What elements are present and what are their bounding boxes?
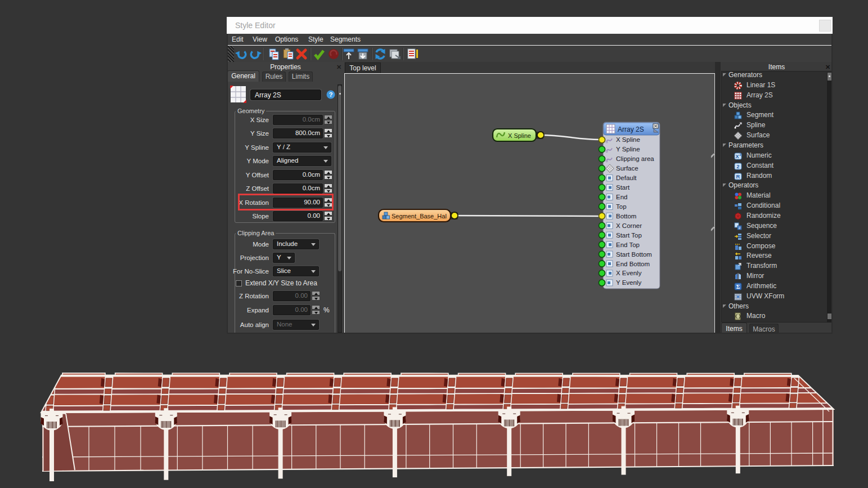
svg-text:X Spline: X Spline bbox=[508, 132, 531, 139]
svg-text:X Evenly: X Evenly bbox=[616, 270, 642, 276]
svg-text:Start: Start bbox=[616, 184, 630, 191]
svg-text:Y Evenly: Y Evenly bbox=[616, 279, 641, 286]
svg-text:Start Top: Start Top bbox=[616, 232, 642, 239]
svg-text:Top: Top bbox=[616, 203, 627, 210]
svg-text:End Top: End Top bbox=[616, 241, 640, 248]
svg-text:Clipping area: Clipping area bbox=[616, 155, 654, 162]
svg-text:Start Bottom: Start Bottom bbox=[616, 251, 652, 258]
svg-text:End Bottom: End Bottom bbox=[616, 261, 650, 267]
svg-text:2: 2 bbox=[736, 163, 739, 169]
svg-text:Surface: Surface bbox=[616, 165, 638, 172]
svg-text:Y Spline: Y Spline bbox=[616, 146, 640, 153]
svg-text:X: X bbox=[735, 154, 739, 159]
svg-text:Array 2S: Array 2S bbox=[618, 126, 644, 133]
svg-text:X Spline: X Spline bbox=[616, 136, 640, 143]
svg-text:Bottom: Bottom bbox=[616, 213, 636, 220]
svg-text:Default: Default bbox=[616, 174, 637, 181]
svg-text:R: R bbox=[736, 173, 740, 180]
svg-text:?: ? bbox=[329, 91, 333, 98]
svg-text:End: End bbox=[616, 194, 627, 200]
svg-text:Segment_Base_Hal: Segment_Base_Hal bbox=[392, 213, 447, 220]
svg-text:X Corner: X Corner bbox=[616, 222, 642, 229]
svg-text:Σ: Σ bbox=[736, 284, 740, 290]
